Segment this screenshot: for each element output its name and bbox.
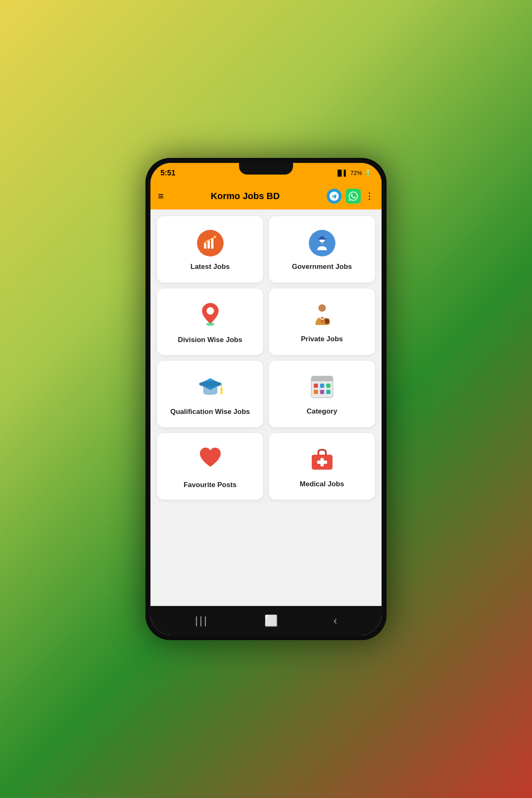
svg-rect-1 [207, 241, 210, 249]
svg-point-20 [220, 389, 223, 391]
medical-jobs-icon [309, 446, 335, 474]
government-jobs-label: Government Jobs [292, 262, 352, 271]
bottom-navigation: ||| ⬜ ‹ [150, 606, 382, 635]
latest-jobs-label: Latest Jobs [190, 262, 229, 271]
recent-apps-button[interactable]: ||| [195, 614, 208, 627]
location-pin-icon [198, 301, 223, 326]
svg-rect-32 [326, 390, 330, 394]
svg-rect-28 [320, 384, 324, 388]
svg-rect-30 [314, 390, 318, 394]
heart-icon [197, 445, 223, 471]
category-grid-icon [310, 374, 335, 399]
government-jobs-icon [314, 235, 330, 251]
svg-point-9 [206, 323, 214, 326]
status-time: 5:51 [160, 169, 175, 177]
app-title: Kormo Jobs BD [169, 191, 322, 202]
menu-grid: Latest Jobs [157, 216, 375, 500]
latest-jobs-card[interactable]: Latest Jobs [157, 216, 263, 283]
division-wise-jobs-icon [198, 301, 223, 330]
hamburger-icon[interactable]: ≡ [158, 190, 164, 202]
svg-point-17 [199, 381, 222, 387]
private-jobs-icon [310, 302, 335, 329]
qualification-wise-jobs-label: Qualification Wise Jobs [170, 407, 250, 416]
status-icons: ▐▌▌ 72% 🔋 [335, 170, 372, 176]
graduation-cap-icon [197, 374, 223, 400]
svg-rect-6 [320, 236, 324, 239]
app-bar-actions: ⋮ [327, 189, 374, 204]
whatsapp-button[interactable] [346, 189, 361, 204]
battery-icon: 🔋 [365, 170, 372, 176]
telegram-button[interactable] [327, 189, 342, 204]
home-button[interactable]: ⬜ [264, 614, 278, 627]
category-card[interactable]: Category [269, 361, 375, 427]
svg-point-8 [207, 307, 214, 315]
private-jobs-card[interactable]: Private Jobs [269, 288, 375, 355]
favourite-posts-icon [197, 445, 223, 475]
svg-point-10 [318, 304, 326, 312]
qualification-wise-jobs-icon [197, 374, 223, 401]
telegram-icon [330, 192, 339, 201]
svg-rect-26 [311, 379, 333, 381]
phone-frame: 5:51 ▐▌▌ 72% 🔋 ≡ Kormo Jobs BD [145, 158, 387, 640]
svg-rect-35 [317, 461, 327, 464]
businessman-icon [310, 302, 335, 327]
government-jobs-card[interactable]: Government Jobs [269, 216, 375, 283]
category-icon [310, 374, 335, 401]
latest-jobs-icon [202, 235, 218, 251]
division-wise-jobs-label: Division Wise Jobs [178, 335, 242, 345]
category-label: Category [307, 407, 337, 416]
app-bar: ≡ Kormo Jobs BD ⋮ [150, 183, 382, 209]
battery-text: 72% [350, 170, 362, 176]
svg-rect-31 [320, 390, 324, 394]
latest-jobs-icon-container [197, 230, 224, 256]
medical-jobs-card[interactable]: Medical Jobs [269, 433, 375, 500]
phone-inner: 5:51 ▐▌▌ 72% 🔋 ≡ Kormo Jobs BD [150, 163, 382, 635]
medical-jobs-label: Medical Jobs [300, 480, 344, 489]
division-wise-jobs-card[interactable]: Division Wise Jobs [157, 288, 263, 355]
svg-rect-27 [314, 384, 318, 388]
svg-point-3 [214, 236, 216, 238]
svg-rect-0 [204, 243, 206, 249]
svg-rect-29 [326, 384, 330, 388]
notch [239, 163, 293, 175]
favourite-posts-card[interactable]: Favourite Posts [157, 433, 263, 500]
more-options-icon[interactable]: ⋮ [365, 191, 374, 202]
private-jobs-label: Private Jobs [301, 335, 343, 344]
back-button[interactable]: ‹ [333, 614, 337, 627]
favourite-posts-label: Favourite Posts [184, 480, 237, 490]
medical-kit-icon [309, 446, 335, 472]
signal-icon: ▐▌▌ [335, 170, 348, 176]
government-jobs-icon-container [309, 230, 335, 256]
content-area: Latest Jobs [150, 209, 382, 606]
qualification-wise-jobs-card[interactable]: Qualification Wise Jobs [157, 361, 263, 427]
svg-rect-2 [211, 239, 213, 249]
whatsapp-icon [349, 192, 358, 201]
svg-marker-7 [321, 242, 323, 244]
